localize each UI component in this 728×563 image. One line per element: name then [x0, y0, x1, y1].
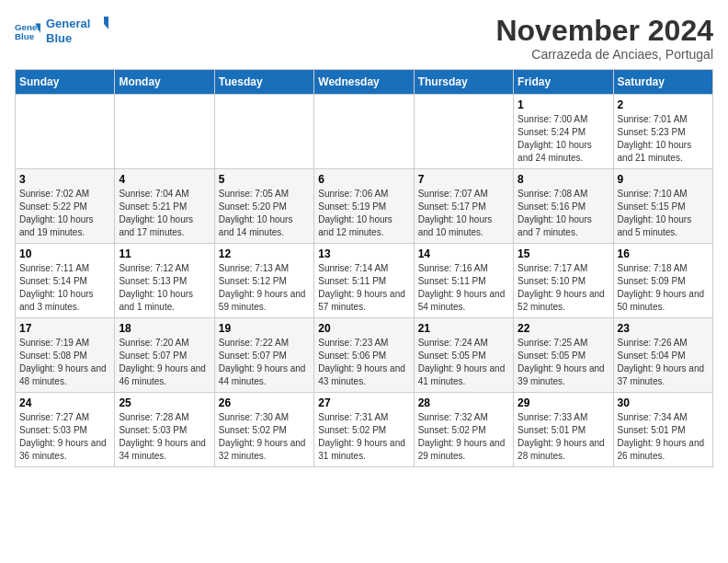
- day-number: 7: [418, 173, 509, 186]
- day-cell: 12Sunrise: 7:13 AM Sunset: 5:12 PM Dayli…: [214, 244, 313, 318]
- day-info: Sunrise: 7:22 AM Sunset: 5:07 PM Dayligh…: [219, 337, 310, 388]
- day-number: 18: [119, 322, 210, 335]
- title-block: November 2024 Carrazeda de Anciaes, Port…: [495, 15, 713, 62]
- day-info: Sunrise: 7:19 AM Sunset: 5:08 PM Dayligh…: [19, 337, 110, 388]
- day-number: 13: [318, 247, 409, 260]
- day-number: 30: [618, 396, 709, 409]
- day-info: Sunrise: 7:10 AM Sunset: 5:15 PM Dayligh…: [618, 188, 709, 239]
- day-cell: 30Sunrise: 7:34 AM Sunset: 5:01 PM Dayli…: [613, 393, 712, 467]
- weekday-header-wednesday: Wednesday: [314, 70, 414, 95]
- day-cell: 27Sunrise: 7:31 AM Sunset: 5:02 PM Dayli…: [314, 393, 414, 467]
- day-info: Sunrise: 7:32 AM Sunset: 5:02 PM Dayligh…: [418, 411, 509, 463]
- day-info: Sunrise: 7:13 AM Sunset: 5:12 PM Dayligh…: [219, 262, 310, 314]
- day-cell: 18Sunrise: 7:20 AM Sunset: 5:07 PM Dayli…: [115, 318, 214, 393]
- day-number: 10: [19, 247, 110, 260]
- day-info: Sunrise: 7:14 AM Sunset: 5:11 PM Dayligh…: [318, 262, 409, 314]
- day-number: 9: [618, 173, 709, 186]
- day-info: Sunrise: 7:07 AM Sunset: 5:17 PM Dayligh…: [418, 188, 509, 239]
- day-cell: 4Sunrise: 7:04 AM Sunset: 5:21 PM Daylig…: [115, 169, 214, 244]
- day-info: Sunrise: 7:20 AM Sunset: 5:07 PM Dayligh…: [119, 337, 210, 388]
- day-cell: [115, 95, 214, 169]
- svg-text:Blue: Blue: [46, 31, 72, 45]
- day-cell: 28Sunrise: 7:32 AM Sunset: 5:02 PM Dayli…: [414, 393, 513, 467]
- day-cell: [314, 95, 414, 169]
- day-cell: 24Sunrise: 7:27 AM Sunset: 5:03 PM Dayli…: [16, 393, 115, 467]
- page-header: General Blue General Blue November 2024 …: [15, 15, 713, 62]
- day-info: Sunrise: 7:11 AM Sunset: 5:14 PM Dayligh…: [19, 262, 110, 314]
- day-cell: 19Sunrise: 7:22 AM Sunset: 5:07 PM Dayli…: [214, 318, 313, 393]
- day-cell: 13Sunrise: 7:14 AM Sunset: 5:11 PM Dayli…: [314, 244, 414, 318]
- day-number: 23: [618, 322, 709, 335]
- day-number: 20: [318, 322, 409, 335]
- day-info: Sunrise: 7:26 AM Sunset: 5:04 PM Dayligh…: [618, 337, 709, 388]
- day-cell: 11Sunrise: 7:12 AM Sunset: 5:13 PM Dayli…: [115, 244, 214, 318]
- weekday-header-tuesday: Tuesday: [214, 70, 313, 95]
- day-number: 2: [618, 98, 709, 111]
- day-cell: 17Sunrise: 7:19 AM Sunset: 5:08 PM Dayli…: [16, 318, 115, 393]
- location: Carrazeda de Anciaes, Portugal: [495, 47, 713, 62]
- day-cell: 23Sunrise: 7:26 AM Sunset: 5:04 PM Dayli…: [613, 318, 712, 393]
- day-cell: [414, 95, 513, 169]
- day-info: Sunrise: 7:16 AM Sunset: 5:11 PM Dayligh…: [418, 262, 509, 314]
- day-number: 16: [618, 247, 709, 260]
- day-cell: 25Sunrise: 7:28 AM Sunset: 5:03 PM Dayli…: [115, 393, 214, 467]
- day-number: 19: [219, 322, 310, 335]
- day-info: Sunrise: 7:12 AM Sunset: 5:13 PM Dayligh…: [119, 262, 210, 314]
- day-info: Sunrise: 7:25 AM Sunset: 5:05 PM Dayligh…: [518, 337, 609, 388]
- day-cell: 9Sunrise: 7:10 AM Sunset: 5:15 PM Daylig…: [613, 169, 712, 244]
- day-number: 3: [19, 173, 110, 186]
- day-info: Sunrise: 7:23 AM Sunset: 5:06 PM Dayligh…: [318, 337, 409, 388]
- day-number: 29: [518, 396, 609, 409]
- svg-text:General: General: [46, 17, 90, 30]
- day-cell: [214, 95, 313, 169]
- week-row-5: 24Sunrise: 7:27 AM Sunset: 5:03 PM Dayli…: [16, 393, 713, 467]
- day-info: Sunrise: 7:01 AM Sunset: 5:23 PM Dayligh…: [618, 113, 709, 165]
- weekday-header-monday: Monday: [115, 70, 214, 95]
- day-cell: 21Sunrise: 7:24 AM Sunset: 5:05 PM Dayli…: [414, 318, 513, 393]
- day-info: Sunrise: 7:06 AM Sunset: 5:19 PM Dayligh…: [318, 188, 409, 239]
- day-cell: 1Sunrise: 7:00 AM Sunset: 5:24 PM Daylig…: [514, 95, 613, 169]
- day-cell: 2Sunrise: 7:01 AM Sunset: 5:23 PM Daylig…: [613, 95, 712, 169]
- day-number: 14: [418, 247, 509, 260]
- day-cell: 16Sunrise: 7:18 AM Sunset: 5:09 PM Dayli…: [613, 244, 712, 318]
- day-info: Sunrise: 7:24 AM Sunset: 5:05 PM Dayligh…: [418, 337, 509, 388]
- week-row-4: 17Sunrise: 7:19 AM Sunset: 5:08 PM Dayli…: [16, 318, 713, 393]
- svg-text:Blue: Blue: [15, 31, 35, 41]
- day-cell: 8Sunrise: 7:08 AM Sunset: 5:16 PM Daylig…: [514, 169, 613, 244]
- day-number: 22: [518, 322, 609, 335]
- day-info: Sunrise: 7:27 AM Sunset: 5:03 PM Dayligh…: [19, 411, 110, 463]
- day-info: Sunrise: 7:02 AM Sunset: 5:22 PM Dayligh…: [19, 188, 110, 239]
- weekday-header-friday: Friday: [514, 70, 613, 95]
- calendar-table: SundayMondayTuesdayWednesdayThursdayFrid…: [15, 69, 713, 467]
- day-info: Sunrise: 7:31 AM Sunset: 5:02 PM Dayligh…: [318, 411, 409, 463]
- day-cell: 26Sunrise: 7:30 AM Sunset: 5:02 PM Dayli…: [214, 393, 313, 467]
- logo-text: General Blue: [44, 15, 108, 52]
- day-cell: 22Sunrise: 7:25 AM Sunset: 5:05 PM Dayli…: [514, 318, 613, 393]
- day-cell: 3Sunrise: 7:02 AM Sunset: 5:22 PM Daylig…: [16, 169, 115, 244]
- day-number: 24: [19, 396, 110, 409]
- day-info: Sunrise: 7:18 AM Sunset: 5:09 PM Dayligh…: [618, 262, 709, 314]
- day-info: Sunrise: 7:30 AM Sunset: 5:02 PM Dayligh…: [219, 411, 310, 463]
- day-cell: 7Sunrise: 7:07 AM Sunset: 5:17 PM Daylig…: [414, 169, 513, 244]
- week-row-2: 3Sunrise: 7:02 AM Sunset: 5:22 PM Daylig…: [16, 169, 713, 244]
- day-info: Sunrise: 7:05 AM Sunset: 5:20 PM Dayligh…: [219, 188, 310, 239]
- day-number: 4: [119, 173, 210, 186]
- day-number: 25: [119, 396, 210, 409]
- month-title: November 2024: [495, 15, 713, 47]
- day-info: Sunrise: 7:34 AM Sunset: 5:01 PM Dayligh…: [618, 411, 709, 463]
- day-number: 5: [219, 173, 310, 186]
- day-cell: 14Sunrise: 7:16 AM Sunset: 5:11 PM Dayli…: [414, 244, 513, 318]
- weekday-header-saturday: Saturday: [613, 70, 712, 95]
- day-cell: 20Sunrise: 7:23 AM Sunset: 5:06 PM Dayli…: [314, 318, 414, 393]
- day-info: Sunrise: 7:04 AM Sunset: 5:21 PM Dayligh…: [119, 188, 210, 239]
- day-cell: 15Sunrise: 7:17 AM Sunset: 5:10 PM Dayli…: [514, 244, 613, 318]
- logo-icon: General Blue: [15, 20, 40, 46]
- day-number: 21: [418, 322, 509, 335]
- day-info: Sunrise: 7:08 AM Sunset: 5:16 PM Dayligh…: [518, 188, 609, 239]
- day-cell: 29Sunrise: 7:33 AM Sunset: 5:01 PM Dayli…: [514, 393, 613, 467]
- day-cell: [16, 95, 115, 169]
- weekday-header-row: SundayMondayTuesdayWednesdayThursdayFrid…: [16, 70, 713, 95]
- day-number: 1: [518, 98, 609, 111]
- day-number: 8: [518, 173, 609, 186]
- day-number: 15: [518, 247, 609, 260]
